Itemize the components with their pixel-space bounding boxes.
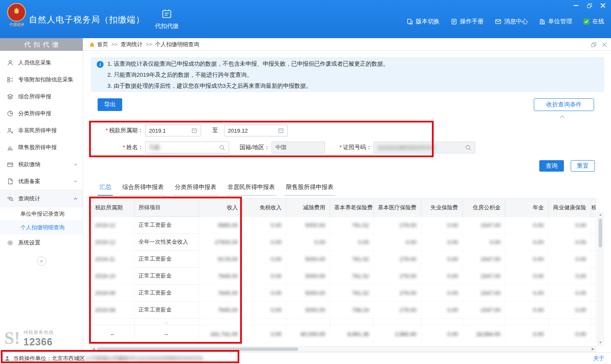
scroll-up-arrow[interactable]: [598, 212, 603, 217]
table-cell: 0.00: [505, 250, 548, 267]
sidebar-item-personnel-info[interactable]: 人员信息采集: [0, 54, 83, 71]
sidebar-item-restricted-shares[interactable]: 限售股所得申报: [0, 139, 83, 156]
sidebar-item-system-settings[interactable]: 系统设置: [0, 234, 83, 251]
table-cell: [91, 318, 134, 325]
panel-close-button[interactable]: [602, 42, 607, 47]
bar-chart-icon: [7, 144, 14, 151]
sidebar-item-query-statistics[interactable]: 查询统计: [0, 190, 83, 207]
column-header: 免税收入: [242, 199, 286, 217]
table-cell: --: [134, 325, 199, 343]
table-cell: 0.00: [421, 267, 462, 284]
table-cell: 0.00: [548, 217, 591, 233]
search-icon[interactable]: [465, 144, 471, 151]
sidebar-item-classified-income[interactable]: 分类所得申报: [0, 105, 83, 122]
table-cell: [548, 318, 591, 325]
table-cell: 0.00: [421, 233, 462, 250]
notice-line: 2. 只能查询2019年及之后的数据，不能进行跨年度查询。: [107, 69, 389, 81]
sidebar-subitem-personal-withholding-query[interactable]: 个人扣缴明细查询: [0, 221, 83, 234]
sidebar-item-special-deduction[interactable]: 专项附加扣除信息采集: [0, 71, 83, 88]
vertical-scrollbar[interactable]: [597, 212, 603, 346]
table-cell: 正常工资薪金: [134, 267, 199, 284]
scroll-left-arrow[interactable]: [91, 347, 96, 351]
main-panel: 首页 >> 查询统计 >> 个人扣缴明细查询 1. 该查询统计表仅能查询已申报成…: [83, 38, 611, 352]
name-input[interactable]: 马某: [145, 142, 229, 153]
hotline-logo: S!: [4, 331, 20, 347]
calendar-icon[interactable]: [278, 128, 284, 133]
table-cell: 279.00: [373, 267, 421, 284]
online-status[interactable]: 在线: [583, 18, 604, 25]
nationality-input[interactable]: 中国: [272, 142, 325, 153]
id-number-input[interactable]: 110102199X0422XXXX: [373, 142, 475, 153]
table-cell: 0.00: [421, 325, 462, 343]
reset-button[interactable]: 重置: [571, 160, 595, 172]
table-cell: 全年一次性奖金收入: [134, 233, 199, 250]
tab-nonresident-income[interactable]: 非居民所得申报表: [226, 181, 277, 196]
unit-management-link[interactable]: 单位管理: [539, 18, 572, 25]
notice-line: 3. 由于数据处理的滞后性，建议您在申报成功3天之后再来查询最新的申报数据。: [107, 81, 389, 92]
table-cell: 0.00: [373, 233, 421, 250]
table-cell: 7645.00: [199, 301, 242, 318]
tab-classified-income[interactable]: 分类所得申报表: [173, 181, 218, 196]
about-link[interactable]: 关于: [593, 355, 604, 362]
table-cell: [286, 318, 330, 325]
table-cell: 2019-12: [91, 217, 134, 233]
table-cell: 0.00: [505, 325, 548, 343]
table-cell: 0.00: [242, 325, 286, 343]
column-header: 年金: [505, 199, 548, 217]
scroll-right-arrow[interactable]: [590, 347, 596, 351]
table-cell: 1547.00: [462, 301, 505, 318]
table-cell: [591, 250, 596, 267]
horizontal-scrollbar[interactable]: [90, 346, 596, 352]
horizontal-scroll-thumb[interactable]: [97, 347, 298, 351]
name-label: 姓名：: [101, 142, 143, 153]
table-cell: 正常工资薪金: [134, 284, 199, 301]
query-panel-caret-icon[interactable]: [559, 113, 565, 120]
tab-summary[interactable]: 汇总: [98, 181, 113, 196]
table-cell: 0.00: [505, 267, 548, 284]
table-cell: [462, 318, 505, 325]
version-switch-link[interactable]: 版本切换: [406, 18, 440, 25]
sidebar-item-comprehensive-income[interactable]: 综合所得申报: [0, 88, 83, 105]
hotline-number: 12366: [23, 336, 54, 348]
period-from-input[interactable]: 2019.1: [145, 125, 201, 136]
panel-restore-button[interactable]: [591, 42, 596, 47]
sidebar-title: 代扣代缴: [0, 38, 83, 51]
sidebar-item-nonresident-income[interactable]: 非居民所得申报: [0, 122, 83, 139]
breadcrumb-level1[interactable]: 查询统计: [121, 41, 143, 48]
table-cell: [330, 318, 373, 325]
table-cell: 761.52: [330, 284, 373, 301]
sidebar-item-tax-payment[interactable]: 税款缴纳: [0, 156, 83, 173]
message-center-link[interactable]: 消息中心: [495, 18, 528, 25]
period-label: 税款所属期：: [83, 125, 143, 136]
tab-restricted-shares[interactable]: 限售股所得申报表: [284, 181, 335, 196]
table-cell: 0.00: [242, 284, 286, 301]
tab-withholding-module[interactable]: 代扣代缴: [146, 5, 187, 33]
tab-comprehensive-income[interactable]: 综合所得申报表: [121, 181, 165, 196]
breadcrumb-home[interactable]: 首页: [89, 41, 108, 48]
table-cell: 7645.00: [199, 267, 242, 284]
table-cell: 1547.00: [462, 284, 505, 301]
table-cell: 0.00: [421, 284, 462, 301]
window-restore-button[interactable]: [586, 3, 592, 8]
query-button[interactable]: 查询: [539, 160, 564, 172]
operation-manual-link[interactable]: 操作手册: [451, 18, 484, 25]
table-cell: 1547.00: [462, 250, 505, 267]
tax-service-hotline: S! 纳税服务热线 12366: [0, 329, 83, 348]
sidebar-subitem-unit-declaration-query[interactable]: 单位申报记录查询: [0, 207, 83, 221]
table-cell: ..: [134, 318, 199, 325]
info-icon: [97, 61, 104, 68]
current-unit-masked: 人力资源公共服务中心(12110102599XXXXXXX): [85, 355, 203, 362]
vertical-scroll-thumb[interactable]: [599, 219, 602, 247]
table-cell: 8,991.36: [330, 325, 373, 343]
search-icon[interactable]: [219, 144, 225, 151]
window-minimize-button[interactable]: [573, 3, 579, 8]
window-close-button[interactable]: [600, 3, 606, 8]
collapse-query-button[interactable]: 收折查询条件: [534, 98, 594, 111]
table-cell: 9985.00: [199, 217, 242, 233]
sidebar-item-preference-filing[interactable]: 优惠备案: [0, 173, 83, 190]
calendar-icon[interactable]: [191, 128, 197, 133]
export-button[interactable]: 导出: [98, 98, 122, 111]
period-to-input[interactable]: 2019.12: [224, 125, 288, 136]
scroll-down-arrow[interactable]: [598, 340, 603, 345]
sidebar-collapse-button[interactable]: «: [37, 256, 46, 266]
